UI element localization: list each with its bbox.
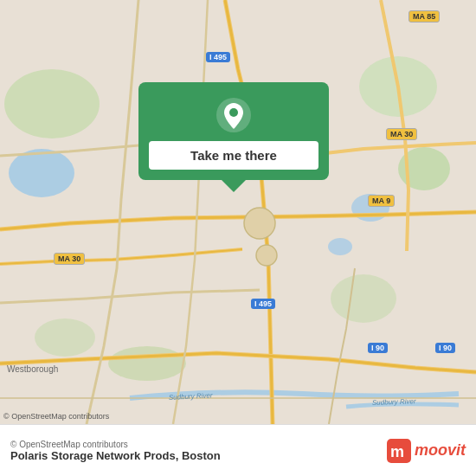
footer-place-name: Polaris Storage Network Prods, Boston — [10, 449, 221, 462]
moovit-icon: m — [387, 439, 411, 463]
svg-text:Westborough: Westborough — [7, 364, 58, 374]
svg-point-7 — [9, 149, 74, 197]
footer-copyright: © OpenStreetMap contributors — [10, 440, 221, 449]
popup-card: Take me there — [138, 82, 329, 180]
svg-point-5 — [108, 346, 186, 381]
svg-point-4 — [331, 274, 396, 323]
svg-point-10 — [244, 208, 275, 239]
road-label-ma85: MA 85 — [408, 10, 440, 23]
road-label-i495-north: I 495 — [206, 52, 230, 62]
map-container: Sudbury River Sudbury River Westborough … — [0, 0, 476, 424]
svg-point-11 — [256, 245, 277, 266]
map-attribution: © OpenStreetMap contributors — [3, 412, 109, 421]
road-label-ma9: MA 9 — [368, 195, 395, 207]
footer-bar: © OpenStreetMap contributors Polaris Sto… — [0, 424, 476, 476]
footer-info: © OpenStreetMap contributors Polaris Sto… — [10, 440, 221, 462]
svg-point-9 — [328, 238, 352, 255]
moovit-text: moovit — [415, 441, 466, 460]
svg-point-16 — [229, 108, 238, 117]
take-me-there-button[interactable]: Take me there — [149, 141, 318, 170]
moovit-logo: m moovit — [387, 439, 466, 463]
svg-text:Sudbury River: Sudbury River — [372, 397, 416, 407]
road-label-i495-south: I 495 — [251, 299, 275, 309]
road-label-i90: I 90 — [368, 343, 388, 353]
location-pin-icon — [215, 96, 253, 134]
road-label-i90-left: I 90 — [435, 343, 455, 353]
svg-text:m: m — [390, 443, 404, 460]
svg-point-6 — [35, 318, 95, 357]
road-label-ma30-right: MA 30 — [386, 128, 417, 140]
svg-point-1 — [4, 69, 100, 138]
road-label-ma30-left: MA 30 — [54, 253, 85, 265]
